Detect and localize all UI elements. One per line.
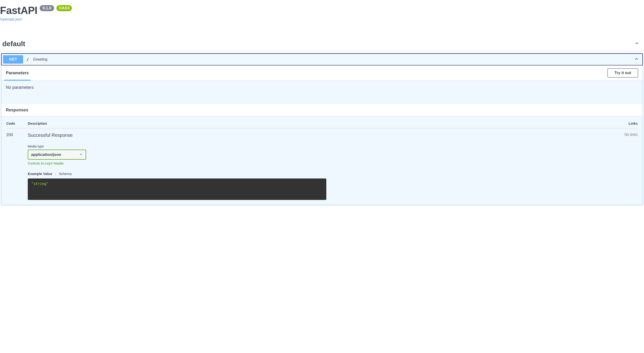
api-title: FastAPI: [0, 5, 37, 16]
method-badge-get: GET: [3, 55, 23, 64]
version-badge: 0.1.0: [40, 5, 54, 11]
operation-path: /: [26, 57, 29, 62]
operation-summary-text: Greeting: [33, 57, 47, 61]
media-type-select[interactable]: application/json: [28, 150, 86, 160]
col-header-code: Code: [6, 121, 27, 128]
schema-tab[interactable]: Schema: [59, 172, 72, 176]
operation-summary-row[interactable]: GET / Greeting: [1, 53, 643, 65]
example-response-body: "string": [28, 178, 326, 200]
no-parameters-text: No parameters: [1, 80, 643, 104]
table-row: 200 Successful Response Media type appli…: [6, 129, 638, 200]
chevron-up-icon: [634, 56, 639, 62]
response-description: Successful Response: [28, 133, 609, 138]
responses-heading: Responses: [6, 108, 638, 112]
tag-name: default: [2, 40, 25, 48]
accept-header-note: Controls Accept header.: [28, 161, 609, 165]
chevron-up-icon: [634, 41, 639, 47]
responses-table: Code Description Links 200 Successful Re…: [6, 121, 638, 200]
parameters-tab[interactable]: Parameters: [6, 69, 29, 77]
openapi-json-link[interactable]: /openapi.json: [0, 17, 22, 21]
col-header-links: Links: [610, 121, 638, 128]
tag-header-default[interactable]: default: [0, 36, 644, 51]
operation-block-get-greeting: GET / Greeting Parameters Try it out No …: [1, 53, 643, 205]
response-code: 200: [6, 129, 27, 200]
col-header-description: Description: [28, 121, 609, 128]
media-type-label: Media type: [28, 144, 609, 148]
example-value-tab[interactable]: Example Value: [28, 172, 52, 176]
tab-separator: |: [55, 172, 56, 176]
try-it-out-button[interactable]: Try it out: [608, 68, 638, 78]
oas-badge: OAS3: [56, 5, 72, 11]
no-links-text: No links: [624, 133, 638, 137]
